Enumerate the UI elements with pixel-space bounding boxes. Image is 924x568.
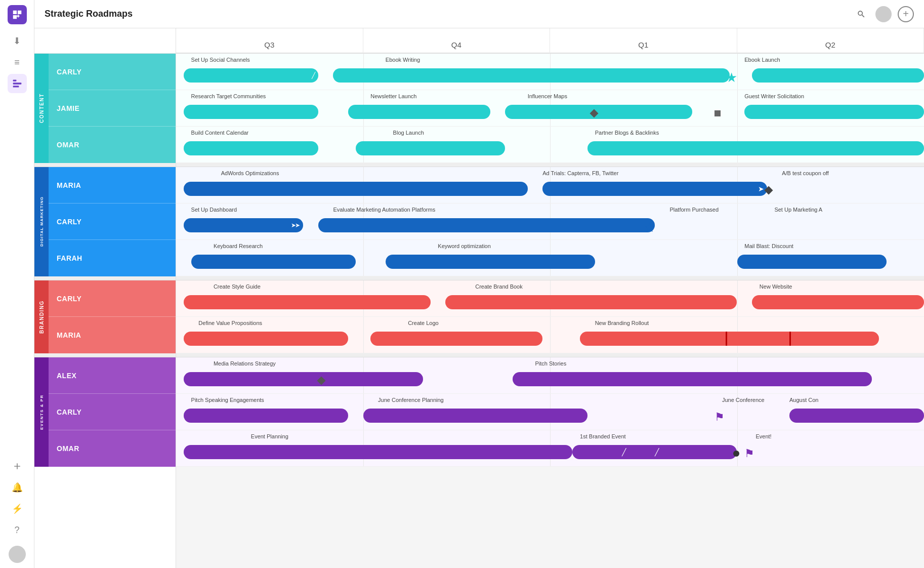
member-maria-digital[interactable]: MARIA bbox=[49, 167, 176, 204]
circle-branded-event bbox=[733, 451, 739, 457]
bar-partner-blogs[interactable] bbox=[587, 141, 924, 155]
label-mail-blast: Mail Blast: Discount bbox=[744, 243, 793, 249]
bar-setup-dashboard[interactable]: ➤ ➤ bbox=[184, 218, 303, 232]
flag-event: ⚑ bbox=[744, 447, 754, 460]
gantt-area: Q3 Q4 Q1 Q2 Set Up Social Channels ╱ bbox=[176, 28, 924, 568]
label-social-channels: Set Up Social Channels bbox=[191, 57, 250, 63]
quarter-q4: Q4 bbox=[363, 28, 551, 53]
bell-icon[interactable]: 🔔 bbox=[8, 478, 27, 497]
user-circle[interactable] bbox=[875, 6, 892, 22]
roadmap-icon[interactable] bbox=[8, 74, 27, 93]
bar-style-guide[interactable] bbox=[184, 295, 431, 309]
bar-blog-launch[interactable] bbox=[356, 141, 506, 155]
bar-influencer-maps[interactable] bbox=[505, 105, 692, 119]
separator-3 bbox=[34, 353, 176, 357]
bar-ebook-launch[interactable] bbox=[752, 68, 924, 83]
gantt-row-events-2: Pitch Speaking Engagements June Conferen… bbox=[176, 394, 924, 430]
bar-research-target[interactable] bbox=[184, 105, 318, 119]
label-setup-marketing: Set Up Marketing A bbox=[774, 207, 822, 213]
add-button[interactable]: + bbox=[898, 6, 914, 22]
add-person-icon[interactable] bbox=[8, 457, 27, 476]
gantt-row-events-3: Event Planning 1st Branded Event ╱ ╱ ⚑ E… bbox=[176, 430, 924, 467]
bar-event-planning[interactable] bbox=[184, 445, 573, 459]
bar-value-props[interactable] bbox=[184, 332, 348, 346]
label-research-target: Research Target Communities bbox=[191, 93, 266, 99]
member-alex-events[interactable]: ALEX bbox=[49, 357, 176, 394]
help-icon[interactable]: ? bbox=[8, 520, 27, 540]
star-platform-purchased: ★ bbox=[644, 220, 655, 235]
bar-branded-event[interactable]: ╱ ╱ bbox=[572, 445, 737, 459]
member-jamie-content[interactable]: JAMIE bbox=[49, 90, 176, 127]
label-partner-blogs: Partner Blogs & Backlinks bbox=[595, 130, 659, 136]
bar-mail-blast[interactable] bbox=[737, 255, 887, 269]
member-omar-events[interactable]: OMAR bbox=[49, 430, 176, 467]
download-icon[interactable]: ⬇ bbox=[8, 31, 27, 51]
star-ebook-launch: ★ bbox=[726, 70, 737, 86]
group-digital: DIGITAL MARKETING MARIA CARLY FARAH bbox=[34, 167, 176, 276]
vbar-branding-1 bbox=[726, 332, 727, 346]
label-brand-book: Create Brand Book bbox=[475, 283, 523, 290]
bar-eval-automation[interactable] bbox=[318, 218, 655, 232]
label-event-planning: Event Planning bbox=[251, 433, 288, 439]
bar-ebook-writing[interactable] bbox=[333, 68, 729, 83]
bar-brand-book[interactable] bbox=[445, 295, 737, 309]
label-eval-automation: Evaluate Marketing Automation Platforms bbox=[333, 207, 435, 213]
member-carly-branding[interactable]: CARLY bbox=[49, 280, 176, 317]
bar-keyword-optimization[interactable] bbox=[386, 255, 595, 269]
label-ebook-launch: Ebook Launch bbox=[744, 57, 780, 63]
label-guest-writer: Guest Writer Solicitation bbox=[744, 93, 804, 99]
member-carly-content[interactable]: CARLY bbox=[49, 54, 176, 90]
label-keyboard-research: Keyboard Research bbox=[214, 243, 263, 249]
main-content: Strategic Roadmaps + CONTENT CARLY JAMIE bbox=[34, 0, 924, 568]
app-logo[interactable] bbox=[8, 5, 27, 24]
bar-adwords[interactable] bbox=[184, 182, 528, 196]
gantt-row-digital-1: AdWords Optimizations Ad Trials: Capterr… bbox=[176, 167, 924, 204]
member-carly-events[interactable]: CARLY bbox=[49, 394, 176, 430]
bar-pitch-stories[interactable] bbox=[513, 372, 871, 386]
bar-media-relations[interactable] bbox=[184, 372, 423, 386]
member-farah-digital[interactable]: FARAH bbox=[49, 240, 176, 276]
bar-june-conference-planning[interactable] bbox=[363, 409, 587, 423]
list-icon[interactable]: ≡ bbox=[8, 53, 27, 72]
bar-create-logo[interactable] bbox=[370, 332, 542, 346]
group-events-label: EVENTS & PR bbox=[34, 357, 49, 467]
bar-pitch-speaking[interactable] bbox=[184, 409, 348, 423]
bar-branding-rollout[interactable] bbox=[580, 332, 879, 346]
label-create-logo: Create Logo bbox=[408, 320, 439, 326]
bar-guest-writer[interactable] bbox=[744, 105, 924, 119]
bar-new-website[interactable] bbox=[752, 295, 924, 309]
lightning-icon[interactable]: ⚡ bbox=[8, 499, 27, 518]
gantt-row-digital-3: Keyboard Research Keyword optimization M… bbox=[176, 240, 924, 276]
label-newsletter-launch: Newsletter Launch bbox=[370, 93, 416, 99]
svg-rect-2 bbox=[13, 86, 19, 87]
bar-content-calendar[interactable] bbox=[184, 141, 318, 155]
search-icon[interactable] bbox=[853, 6, 869, 22]
flag-june-conference: ⚑ bbox=[715, 411, 725, 424]
bar-keyboard-research[interactable] bbox=[191, 255, 356, 269]
member-omar-content[interactable]: OMAR bbox=[49, 127, 176, 163]
group-digital-label: DIGITAL MARKETING bbox=[34, 167, 49, 276]
member-maria-branding[interactable]: MARIA bbox=[49, 317, 176, 353]
gantt-group-branding: Create Style Guide Create Brand Book New… bbox=[176, 280, 924, 353]
user-avatar[interactable] bbox=[9, 546, 26, 563]
gantt-sep-1 bbox=[176, 163, 924, 167]
quarter-header: Q3 Q4 Q1 Q2 bbox=[176, 28, 924, 54]
label-ebook-writing: Ebook Writing bbox=[386, 57, 420, 63]
gantt-row-content-3: Build Content Calendar Blog Launch Partn… bbox=[176, 127, 924, 163]
member-carly-digital[interactable]: CARLY bbox=[49, 204, 176, 240]
label-pitch-stories: Pitch Stories bbox=[535, 360, 566, 367]
label-ab-test: A/B test coupon off bbox=[782, 170, 829, 176]
people-panel: CONTENT CARLY JAMIE OMAR DIGITAL MARKETI… bbox=[34, 28, 176, 568]
bar-social-channels[interactable]: ╱ bbox=[184, 68, 318, 83]
panel-header-spacer bbox=[34, 28, 176, 54]
label-branded-event: 1st Branded Event bbox=[580, 433, 626, 439]
bar-august-con[interactable] bbox=[789, 409, 924, 423]
gantt-inner: Q3 Q4 Q1 Q2 Set Up Social Channels ╱ bbox=[176, 28, 924, 467]
app-header: Strategic Roadmaps + bbox=[34, 0, 924, 28]
vbar-branding-2 bbox=[789, 332, 791, 346]
gantt-group-events: Media Relations Strategy Pitch Stories P… bbox=[176, 357, 924, 467]
page-title: Strategic Roadmaps bbox=[45, 9, 847, 19]
bar-newsletter-launch[interactable] bbox=[348, 105, 490, 119]
bar-ad-trials[interactable]: ➤ bbox=[542, 182, 767, 196]
group-content-label: CONTENT bbox=[34, 54, 49, 163]
